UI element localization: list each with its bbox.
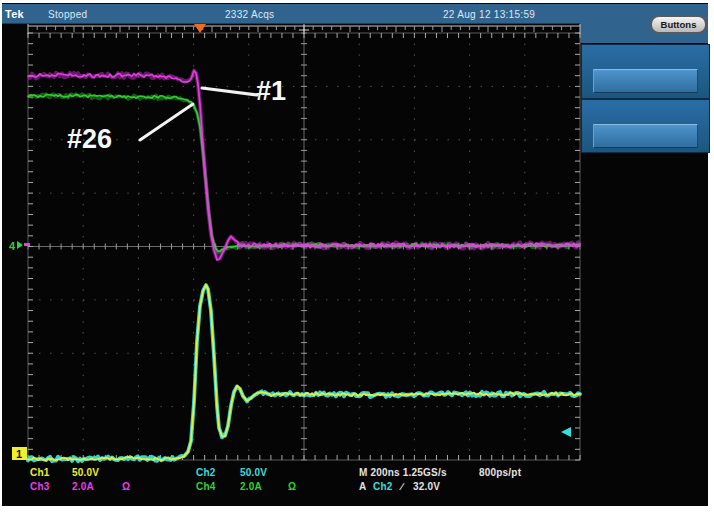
trigger-mode: A <box>359 481 366 492</box>
sample-resolution-readout: 800ps/pt <box>479 467 521 478</box>
tek-logo: Tek <box>5 8 24 20</box>
date-time: 22 Aug 12 13:15:59 <box>443 9 535 20</box>
ch2-label: Ch2 <box>196 467 216 478</box>
ch3-label: Ch3 <box>30 481 50 492</box>
acquisition-status: Stopped <box>48 9 87 20</box>
side-menu-box-1 <box>581 44 710 99</box>
annotation-device-26: #26 <box>67 126 112 153</box>
acquisition-count: 2332 Acqs <box>225 9 274 20</box>
side-menu-button-2[interactable] <box>593 124 698 148</box>
trigger-slope-icon: ∕ <box>401 481 403 492</box>
ch4-scale: 2.0A <box>240 481 262 492</box>
timebase-readout: M 200ns 1.25GS/s <box>359 467 447 478</box>
ch4-impedance: Ω <box>288 481 296 492</box>
buttons-button[interactable]: Buttons <box>650 15 707 34</box>
ch1-label: Ch1 <box>30 467 50 478</box>
ch4-label: Ch4 <box>196 481 216 492</box>
side-menu-button-1[interactable] <box>593 69 698 93</box>
side-menu-box-2 <box>581 99 710 153</box>
ch2-scale: 50.0V <box>240 467 267 478</box>
ch3-scale: 2.0A <box>72 481 94 492</box>
annotation-device-1: #1 <box>256 78 286 105</box>
ch3-impedance: Ω <box>122 481 130 492</box>
trigger-level: 32.0V <box>413 481 440 492</box>
trigger-source: Ch2 <box>373 481 393 492</box>
ch1-scale: 50.0V <box>72 467 99 478</box>
oscilloscope-screen: Tek Stopped 2332 Acqs 22 Aug 12 13:15:59… <box>0 0 714 514</box>
